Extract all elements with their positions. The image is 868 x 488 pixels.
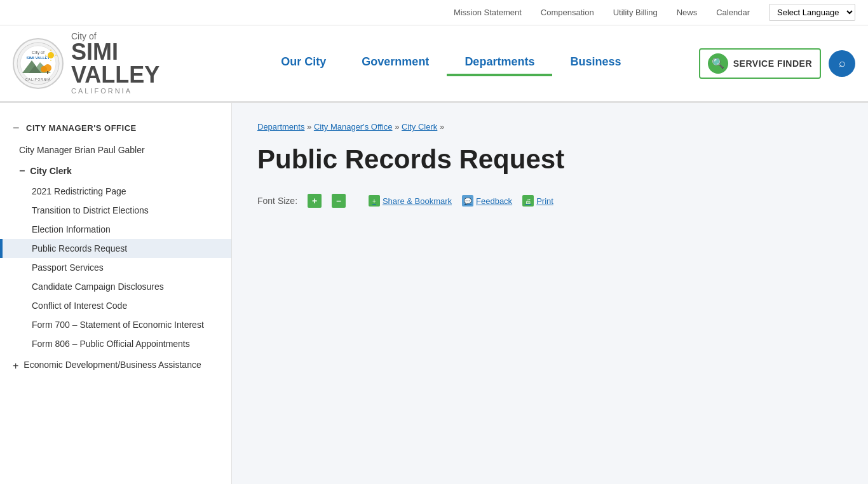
utility-compensation[interactable]: Compensation (541, 8, 594, 17)
print-button[interactable]: 🖨 Print (522, 195, 553, 207)
expand-icon: + (13, 360, 18, 372)
feedback-icon: 💬 (462, 195, 473, 207)
utility-billing[interactable]: Utility Billing (613, 8, 658, 17)
sidebar-item-public-records[interactable]: Public Records Request (0, 239, 231, 258)
share-icon: + (369, 195, 380, 207)
sidebar-section-city-managers-office[interactable]: − CITY MANAGER'S OFFICE (0, 116, 231, 140)
sidebar-item-campaign-disclosures[interactable]: Candidate Campaign Disclosures (0, 277, 231, 296)
sidebar-item-form806[interactable]: Form 806 – Public Official Appointments (0, 334, 231, 353)
utility-mission-statement[interactable]: Mission Statement (454, 8, 522, 17)
breadcrumb-departments[interactable]: Departments (257, 122, 304, 132)
font-size-label: Font Size: (257, 196, 297, 206)
service-finder-label: SERVICE FINDER (733, 58, 812, 69)
logo-area: City of SIMI VALLEY CALIFORNIA City (13, 32, 216, 95)
nav-business[interactable]: Business (552, 50, 639, 76)
utility-calendar[interactable]: Calendar (716, 8, 750, 17)
search-button[interactable]: ⌕ (829, 50, 855, 77)
main-content: Departments » City Manager's Office » Ci… (232, 103, 868, 484)
toolbar: Font Size: + – + Share & Bookmark 💬 Feed… (257, 194, 843, 208)
city-logo: City of SIMI VALLEY CALIFORNIA (13, 38, 64, 89)
feedback-button[interactable]: 💬 Feedback (462, 195, 512, 207)
site-header: City of SIMI VALLEY CALIFORNIA City (0, 25, 868, 103)
utility-news[interactable]: News (677, 8, 698, 17)
binoculars-icon: 🔍 (708, 53, 728, 74)
share-bookmark-button[interactable]: + Share & Bookmark (369, 195, 452, 207)
sidebar-sub-city-clerk[interactable]: − City Clerk (0, 160, 231, 182)
sidebar-item-election-info[interactable]: Election Information (0, 220, 231, 239)
nav-our-city[interactable]: Our City (263, 50, 344, 76)
utility-bar: Mission Statement Compensation Utility B… (0, 0, 868, 25)
sidebar-item-redistricting[interactable]: 2021 Redistricting Page (0, 182, 231, 201)
sidebar-item-economic-dev[interactable]: + Economic Development/Business Assistan… (0, 353, 231, 378)
sidebar-item-passport[interactable]: Passport Services (0, 258, 231, 277)
font-decrease-button[interactable]: – (332, 194, 346, 208)
font-increase-button[interactable]: + (308, 194, 322, 208)
svg-text:CALIFORNIA: CALIFORNIA (25, 78, 51, 81)
toolbar-divider (356, 196, 358, 206)
sidebar-item-conflict-interest[interactable]: Conflict of Interest Code (0, 296, 231, 315)
language-select[interactable]: Select Language (769, 4, 855, 21)
city-state: CALIFORNIA (71, 88, 159, 95)
search-icon: ⌕ (839, 57, 846, 70)
collapse-icon: − (19, 165, 25, 177)
city-name-simi: SIMI (71, 41, 159, 64)
page-body: − CITY MANAGER'S OFFICE City Manager Bri… (0, 103, 868, 484)
sidebar-item-district-elections[interactable]: Transition to District Elections (0, 201, 231, 220)
breadcrumb-city-clerk[interactable]: City Clerk (402, 122, 437, 132)
main-nav: Our City Government Departments Business (216, 50, 686, 76)
print-icon: 🖨 (522, 195, 534, 207)
city-name-valley: VALLEY (71, 64, 159, 86)
svg-text:SIMI VALLEY: SIMI VALLEY (26, 56, 50, 60)
sidebar-item-city-manager[interactable]: City Manager Brian Paul Gabler (0, 140, 231, 160)
sidebar-item-form700[interactable]: Form 700 – Statement of Economic Interes… (0, 315, 231, 334)
svg-point-10 (48, 52, 54, 58)
svg-rect-9 (47, 71, 48, 74)
sidebar: − CITY MANAGER'S OFFICE City Manager Bri… (0, 103, 232, 484)
city-name-text: City of SIMI VALLEY CALIFORNIA (71, 32, 159, 95)
breadcrumb-city-managers-office[interactable]: City Manager's Office (314, 122, 393, 132)
sidebar-section-label: CITY MANAGER'S OFFICE (26, 123, 137, 133)
breadcrumb: Departments » City Manager's Office » Ci… (257, 122, 843, 132)
service-finder-button[interactable]: 🔍 SERVICE FINDER (699, 48, 821, 79)
svg-text:City of: City of (32, 50, 44, 55)
collapse-icon: − (13, 122, 20, 133)
page-title: Public Records Request (257, 144, 843, 175)
nav-departments[interactable]: Departments (447, 50, 552, 76)
svg-point-8 (41, 66, 47, 72)
nav-government[interactable]: Government (344, 50, 447, 76)
